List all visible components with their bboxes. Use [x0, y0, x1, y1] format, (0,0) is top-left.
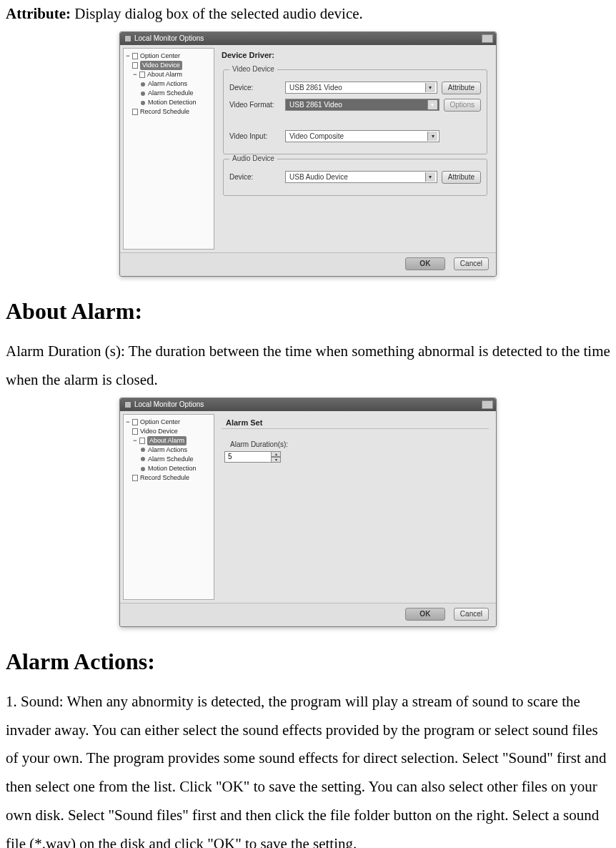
tree-item-video-device[interactable]: Video Device: [125, 427, 212, 436]
options-tree[interactable]: −Option Center Video Device −About Alarm…: [123, 414, 214, 600]
group-title-video: Video Device: [229, 65, 277, 73]
attribute-button[interactable]: Attribute: [442, 82, 481, 94]
label-alarm-duration: Alarm Duration(s):: [230, 440, 486, 448]
titlebar: Local Monitor Options: [120, 398, 496, 411]
combo-video-device[interactable]: USB 2861 Video▾: [285, 82, 437, 94]
options-button[interactable]: Options: [444, 99, 481, 112]
heading-alarm-actions: Alarm Actions:: [6, 649, 610, 675]
combo-video-format[interactable]: USB 2861 Video▾: [285, 99, 439, 111]
group-title-audio: Audio Device: [229, 154, 277, 162]
tree-item-about-alarm[interactable]: −About Alarm: [125, 70, 212, 79]
alarm-duration-input[interactable]: [224, 451, 272, 463]
chevron-down-icon[interactable]: ▾: [425, 172, 435, 182]
label-audio-device: Device:: [229, 173, 285, 181]
screenshot-alarm-set: Local Monitor Options −Option Center Vid…: [6, 398, 610, 627]
group-audio-device: Audio Device Device: USB Audio Device▾ A…: [223, 159, 487, 196]
window-local-monitor-options-2: Local Monitor Options −Option Center Vid…: [119, 398, 497, 627]
spin-down-icon[interactable]: ▾: [271, 457, 281, 463]
app-icon: [124, 401, 131, 408]
audio-attribute-button[interactable]: Attribute: [442, 171, 481, 184]
panel-device-driver: Device Driver: Video Device Device: USB …: [217, 48, 493, 250]
tree-item-record-schedule[interactable]: Record Schedule: [125, 473, 212, 483]
options-tree[interactable]: −Option Center Video Device −About Alarm…: [123, 48, 214, 250]
label-video-input: Video Input:: [229, 132, 285, 140]
attribute-paragraph: Attribute: Display dialog box of the sel…: [6, 0, 610, 29]
window-title: Local Monitor Options: [134, 400, 204, 408]
panel-alarm-set: Alarm Set Alarm Duration(s): ▴ ▾: [217, 414, 493, 600]
about-alarm-paragraph: Alarm Duration (s): The duration between…: [6, 337, 610, 395]
combo-audio-device[interactable]: USB Audio Device▾: [285, 171, 437, 183]
attribute-label: Attribute:: [6, 5, 71, 22]
tree-item-video-device[interactable]: Video Device: [125, 61, 212, 70]
panel-title: Alarm Set: [222, 415, 489, 429]
spin-up-icon[interactable]: ▴: [271, 451, 281, 457]
screenshot-device-driver: Local Monitor Options −Option Center Vid…: [6, 31, 610, 277]
tree-item-motion-detection[interactable]: Motion Detection: [125, 464, 212, 473]
label-device: Device:: [229, 84, 285, 92]
close-icon[interactable]: [482, 400, 493, 409]
heading-about-alarm: About Alarm:: [6, 298, 610, 325]
ok-button[interactable]: OK: [405, 257, 445, 270]
tree-item-alarm-actions[interactable]: Alarm Actions: [125, 445, 212, 455]
group-video-device: Video Device Device: USB 2861 Video▾ Att…: [223, 69, 487, 154]
tree-item-alarm-actions[interactable]: Alarm Actions: [125, 79, 212, 89]
window-title: Local Monitor Options: [134, 34, 204, 42]
chevron-down-icon[interactable]: ▾: [427, 100, 437, 109]
dialog-footer: OK Cancel: [120, 252, 496, 276]
chevron-down-icon[interactable]: ▾: [425, 83, 435, 92]
tree-item-alarm-schedule[interactable]: Alarm Schedule: [125, 89, 212, 98]
close-icon[interactable]: [482, 34, 493, 43]
tree-item-record-schedule[interactable]: Record Schedule: [125, 107, 212, 117]
attribute-desc: Display dialog box of the selected audio…: [71, 5, 363, 22]
app-icon: [124, 35, 131, 42]
panel-title: Device Driver:: [217, 48, 493, 65]
alarm-actions-paragraph: 1. Sound: When any abnormity is detected…: [6, 688, 610, 848]
alarm-duration-spinner[interactable]: ▴ ▾: [224, 451, 486, 463]
cancel-button[interactable]: Cancel: [454, 257, 489, 270]
window-local-monitor-options: Local Monitor Options −Option Center Vid…: [119, 31, 497, 277]
chevron-down-icon[interactable]: ▾: [427, 132, 437, 141]
ok-button[interactable]: OK: [405, 608, 445, 621]
tree-item-about-alarm[interactable]: −About Alarm: [125, 436, 212, 445]
cancel-button[interactable]: Cancel: [454, 608, 489, 621]
dialog-footer: OK Cancel: [120, 603, 496, 626]
titlebar: Local Monitor Options: [120, 32, 496, 45]
combo-video-input[interactable]: Video Composite▾: [285, 130, 439, 142]
label-video-format: Video Format:: [229, 101, 285, 109]
tree-item-motion-detection[interactable]: Motion Detection: [125, 98, 212, 107]
tree-item-alarm-schedule[interactable]: Alarm Schedule: [125, 455, 212, 464]
